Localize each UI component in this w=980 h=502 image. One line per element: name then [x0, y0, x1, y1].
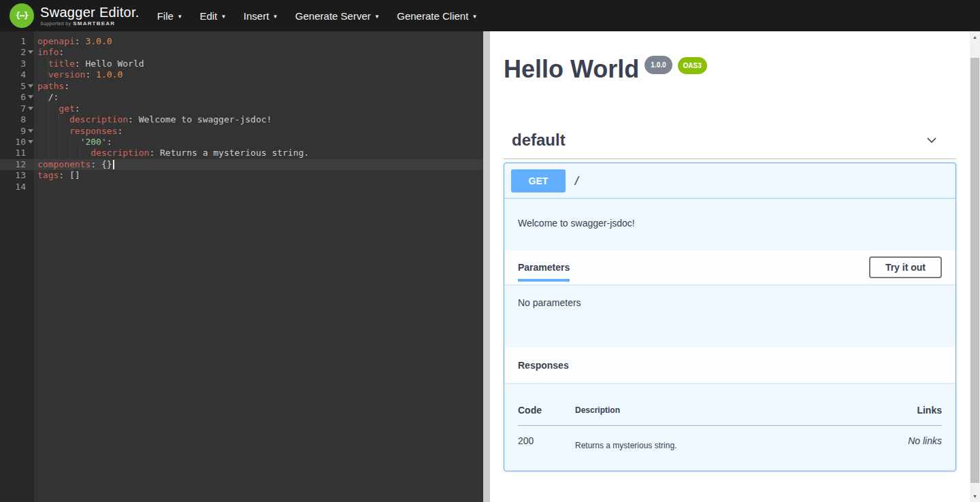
parameters-header: Parameters Try it out: [504, 250, 956, 284]
menu-insert[interactable]: Insert▾: [242, 6, 278, 26]
line-number: 4: [0, 69, 34, 80]
line-number: 6: [0, 92, 34, 103]
line-number: 7: [0, 103, 34, 114]
menu-generate-server[interactable]: Generate Server▾: [294, 6, 380, 26]
editor-line[interactable]: 14: [0, 182, 483, 193]
caret-down-icon: ▾: [274, 12, 277, 20]
caret-down-icon: ▾: [178, 12, 182, 20]
swagger-logo-icon[interactable]: {⋯}: [10, 3, 34, 28]
indent-guide: [59, 114, 59, 159]
preview-content: Hello World 1.0.0 OAS3 default GET / Wel: [490, 31, 970, 471]
fold-arrow-icon[interactable]: [28, 140, 33, 144]
line-number: 13: [0, 170, 34, 181]
code-text: get:: [34, 103, 80, 114]
editor-line[interactable]: 11 description: Returns a mysterious str…: [0, 148, 483, 158]
version-badge: 1.0.0: [644, 56, 672, 74]
api-info: Hello World 1.0.0 OAS3: [504, 54, 956, 84]
code-text: info:: [34, 47, 64, 58]
line-number: 9: [0, 126, 34, 137]
line-number: 12: [0, 159, 34, 170]
opblock-summary[interactable]: GET /: [504, 163, 956, 199]
indent-guide: [48, 58, 48, 159]
editor-line[interactable]: 3 title: Hello World: [0, 58, 483, 69]
menu-label: Insert: [244, 10, 270, 22]
editor-line[interactable]: 7 get:: [0, 103, 483, 114]
responses-table-header: Code Description Links: [518, 397, 942, 426]
menu-file[interactable]: File▾: [156, 6, 183, 26]
editor-line[interactable]: 8 description: Welcome to swagger-jsdoc!: [0, 114, 483, 125]
editor-line[interactable]: 9 responses:: [0, 126, 483, 137]
line-number: 14: [0, 182, 34, 193]
editor-line[interactable]: 4 version: 1.0.0: [0, 69, 483, 80]
tagline-brand: SMARTBEAR: [73, 20, 115, 27]
editor-line[interactable]: 13tags: []: [0, 170, 483, 181]
swagger-ui-preview: Hello World 1.0.0 OAS3 default GET / Wel: [490, 31, 980, 502]
editor-line[interactable]: 6 /:: [0, 92, 483, 103]
code-text: title: Hello World: [34, 58, 144, 69]
no-parameters-text: No parameters: [504, 284, 956, 347]
menu-label: File: [157, 10, 174, 22]
indent-guide: [69, 137, 70, 159]
menu-label: Generate Server: [295, 10, 371, 22]
fold-arrow-icon[interactable]: [28, 129, 33, 133]
scroll-up-icon[interactable]: ▲: [970, 31, 980, 43]
oas3-badge: OAS3: [678, 57, 707, 74]
brand-block[interactable]: Swagger Editor. Supported bySMARTBEAR: [40, 5, 140, 27]
tag-section-default[interactable]: default: [504, 124, 956, 159]
pane-splitter[interactable]: [483, 31, 490, 502]
tag-label: default: [512, 131, 566, 150]
editor-line[interactable]: 12components: {}: [0, 159, 483, 170]
caret-down-icon: ▾: [473, 12, 476, 20]
operation-description: Welcome to swagger-jsdoc!: [504, 199, 956, 250]
code-text: '200':: [34, 137, 112, 148]
fold-arrow-icon[interactable]: [28, 107, 33, 110]
scrollbar-thumb[interactable]: [970, 58, 979, 483]
response-links: No links: [881, 426, 942, 451]
try-it-out-button[interactable]: Try it out: [869, 256, 942, 278]
operation-path: /: [574, 174, 581, 187]
brand-title: Swagger Editor.: [40, 5, 140, 19]
menu-label: Generate Client: [397, 10, 468, 22]
column-header-code: Code: [518, 397, 575, 426]
fold-arrow-icon[interactable]: [28, 50, 33, 54]
editor-line[interactable]: 10 '200':: [0, 137, 483, 148]
code-text: components: {}: [34, 159, 114, 170]
topbar: {⋯} Swagger Editor. Supported bySMARTBEA…: [0, 0, 980, 31]
line-number: 3: [0, 58, 34, 69]
line-number: 2: [0, 47, 34, 58]
code-text: tags: []: [34, 170, 80, 181]
line-number: 1: [0, 36, 34, 47]
tab-parameters[interactable]: Parameters: [518, 262, 570, 273]
editor-line[interactable]: 2info:: [0, 47, 483, 58]
yaml-editor[interactable]: 1openapi: 3.0.02info:3 title: Hello Worl…: [0, 31, 483, 502]
line-number: 11: [0, 148, 34, 158]
response-desc: Returns a mysterious string.: [575, 426, 881, 451]
swagger-editor-app: {⋯} Swagger Editor. Supported bySMARTBEA…: [0, 0, 980, 502]
fold-arrow-icon[interactable]: [28, 84, 33, 88]
menu-edit[interactable]: Edit▾: [198, 6, 226, 26]
code-text: description: Returns a mysterious string…: [34, 148, 309, 158]
menu-bar: File▾Edit▾Insert▾Generate Server▾Generat…: [156, 6, 478, 26]
main-split: 1openapi: 3.0.02info:3 title: Hello Worl…: [0, 31, 980, 502]
scroll-down-icon[interactable]: ▼: [970, 490, 980, 502]
response-code: 200: [518, 426, 575, 451]
brand-tagline: Supported bySMARTBEAR: [40, 21, 140, 27]
chevron-down-icon[interactable]: [925, 133, 938, 147]
menu-generate-client[interactable]: Generate Client▾: [395, 6, 478, 26]
responses-table: Code Description Links 200Returns a myst…: [518, 397, 942, 450]
caret-down-icon: ▾: [222, 12, 225, 20]
indent-guide: [80, 148, 80, 159]
column-header-description: Description: [575, 397, 881, 426]
method-badge-get: GET: [511, 169, 566, 193]
menu-label: Edit: [199, 10, 217, 22]
code-text: description: Welcome to swagger-jsdoc!: [34, 114, 272, 125]
code-text: paths:: [34, 81, 69, 92]
editor-line[interactable]: 5paths:: [0, 81, 483, 92]
opblock-get: GET / Welcome to swagger-jsdoc! Paramete…: [504, 163, 956, 471]
vertical-scrollbar[interactable]: ▲ ▼: [970, 31, 980, 502]
editor-line[interactable]: 1openapi: 3.0.0: [0, 36, 483, 47]
line-number: 10: [0, 137, 34, 148]
logo-braces-glyph: {⋯}: [16, 11, 29, 20]
tagline-prefix: Supported by: [40, 21, 71, 26]
fold-arrow-icon[interactable]: [28, 95, 33, 99]
